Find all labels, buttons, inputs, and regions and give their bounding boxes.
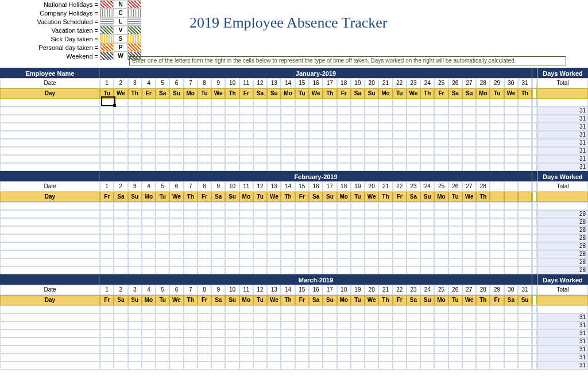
absence-cell[interactable] <box>281 218 295 226</box>
absence-cell[interactable] <box>281 329 295 337</box>
absence-cell[interactable] <box>337 99 351 107</box>
absence-cell[interactable] <box>100 99 114 107</box>
absence-cell[interactable] <box>518 107 532 115</box>
day-cell[interactable]: Fr <box>239 88 253 99</box>
absence-cell[interactable] <box>225 258 239 266</box>
date-cell[interactable]: 1 <box>100 181 114 192</box>
date-cell[interactable]: 25 <box>434 78 448 88</box>
absence-cell[interactable] <box>476 362 490 370</box>
absence-cell[interactable] <box>309 305 323 313</box>
absence-cell[interactable] <box>448 354 462 362</box>
absence-cell[interactable] <box>100 321 114 329</box>
absence-cell[interactable] <box>128 362 142 370</box>
absence-cell[interactable] <box>128 321 142 329</box>
absence-cell[interactable] <box>490 139 504 147</box>
absence-cell[interactable] <box>407 202 420 210</box>
absence-cell[interactable] <box>267 210 281 218</box>
absence-cell[interactable] <box>351 131 365 139</box>
absence-cell[interactable] <box>323 266 336 274</box>
absence-cell[interactable] <box>448 226 462 234</box>
absence-cell[interactable] <box>198 155 211 163</box>
absence-cell[interactable] <box>434 266 448 274</box>
absence-cell[interactable] <box>365 313 378 321</box>
day-cell[interactable]: Mo <box>378 88 392 99</box>
employee-cell[interactable] <box>0 163 100 171</box>
absence-cell[interactable] <box>253 321 267 329</box>
absence-cell[interactable] <box>337 234 351 242</box>
absence-cell[interactable] <box>169 147 183 155</box>
absence-cell[interactable] <box>281 313 295 321</box>
date-cell[interactable]: 2 <box>114 181 127 192</box>
absence-cell[interactable] <box>281 234 295 242</box>
absence-cell[interactable] <box>156 210 169 218</box>
absence-cell[interactable] <box>295 234 309 242</box>
date-cell[interactable]: 17 <box>323 78 336 88</box>
day-cell[interactable]: Fr <box>198 192 211 202</box>
absence-cell[interactable] <box>448 313 462 321</box>
absence-cell[interactable] <box>351 155 365 163</box>
absence-cell[interactable] <box>462 218 476 226</box>
absence-cell[interactable] <box>476 305 490 313</box>
absence-cell[interactable] <box>169 337 183 346</box>
absence-cell[interactable] <box>323 139 336 147</box>
absence-cell[interactable] <box>504 234 518 242</box>
absence-cell[interactable] <box>323 155 336 163</box>
absence-cell[interactable] <box>393 163 407 171</box>
absence-cell[interactable] <box>156 250 169 258</box>
absence-cell[interactable] <box>434 250 448 258</box>
absence-cell[interactable] <box>253 218 267 226</box>
absence-cell[interactable] <box>295 155 309 163</box>
absence-cell[interactable] <box>225 313 239 321</box>
absence-cell[interactable] <box>114 107 127 115</box>
absence-cell[interactable] <box>420 346 434 354</box>
absence-cell[interactable] <box>225 123 239 131</box>
absence-cell[interactable] <box>365 218 378 226</box>
absence-cell[interactable] <box>184 107 198 115</box>
day-cell[interactable]: Th <box>128 88 142 99</box>
date-cell[interactable]: 24 <box>420 285 434 295</box>
absence-cell[interactable] <box>378 226 392 234</box>
absence-cell[interactable] <box>267 329 281 337</box>
date-cell[interactable]: 31 <box>518 78 532 88</box>
absence-cell[interactable] <box>281 131 295 139</box>
employee-cell[interactable] <box>0 123 100 131</box>
absence-cell[interactable] <box>211 250 225 258</box>
absence-cell[interactable] <box>267 337 281 346</box>
absence-cell[interactable] <box>198 250 211 258</box>
absence-cell[interactable] <box>239 242 253 250</box>
date-cell[interactable]: 30 <box>504 78 518 88</box>
absence-cell[interactable] <box>198 163 211 171</box>
absence-cell[interactable] <box>434 210 448 218</box>
absence-cell[interactable] <box>281 266 295 274</box>
absence-cell[interactable] <box>337 218 351 226</box>
absence-cell[interactable] <box>128 99 142 107</box>
date-cell[interactable]: 3 <box>128 285 142 295</box>
absence-cell[interactable] <box>211 131 225 139</box>
absence-cell[interactable] <box>337 266 351 274</box>
absence-cell[interactable] <box>239 321 253 329</box>
day-cell[interactable]: Fr <box>100 295 114 305</box>
absence-cell[interactable] <box>351 250 365 258</box>
absence-cell[interactable] <box>420 362 434 370</box>
absence-cell[interactable] <box>239 346 253 354</box>
absence-cell[interactable] <box>281 155 295 163</box>
day-cell[interactable]: Fr <box>100 192 114 202</box>
absence-cell[interactable] <box>434 313 448 321</box>
absence-cell[interactable] <box>378 354 392 362</box>
absence-cell[interactable] <box>211 305 225 313</box>
absence-cell[interactable] <box>184 115 198 123</box>
absence-cell[interactable] <box>198 139 211 147</box>
absence-cell[interactable] <box>267 107 281 115</box>
absence-cell[interactable] <box>253 202 267 210</box>
absence-cell[interactable] <box>295 321 309 329</box>
absence-cell[interactable] <box>518 115 532 123</box>
absence-cell[interactable] <box>448 155 462 163</box>
day-cell[interactable] <box>518 192 532 202</box>
absence-cell[interactable] <box>267 313 281 321</box>
absence-cell[interactable] <box>239 139 253 147</box>
absence-cell[interactable] <box>225 218 239 226</box>
absence-cell[interactable] <box>448 362 462 370</box>
absence-cell[interactable] <box>504 147 518 155</box>
absence-cell[interactable] <box>378 202 392 210</box>
absence-cell[interactable] <box>295 362 309 370</box>
